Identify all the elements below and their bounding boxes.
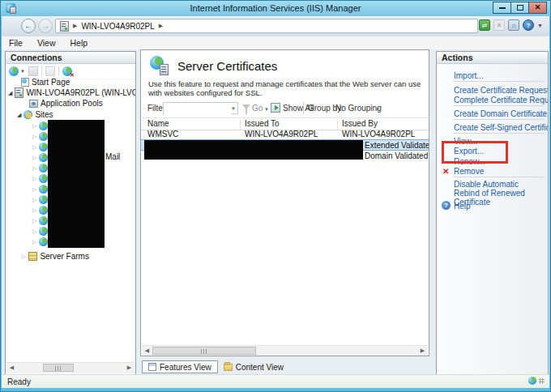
cert-issued-by: Domain Validated CA	[365, 151, 429, 160]
action-complete-certificate-request[interactable]: Complete Certificate Request...	[454, 96, 549, 104]
tree-item-server-farms[interactable]: ▷ Server Farms	[22, 251, 89, 262]
scroll-left-icon[interactable]: ◀	[142, 346, 152, 356]
tree-item-start-page[interactable]: Start Page	[21, 77, 70, 87]
action-remove[interactable]: Remove	[454, 167, 484, 176]
expander-collapsed-icon[interactable]: ▷	[32, 186, 36, 193]
tree-label: WIN-LVO4A9R02PL (WIN-LVO4A9R02	[26, 88, 136, 97]
scroll-right-icon[interactable]: ▶	[417, 346, 428, 356]
scrollbar-thumb[interactable]	[43, 364, 74, 372]
restart-icon[interactable]: ⇄	[479, 19, 490, 31]
create-connection-icon[interactable]	[9, 66, 19, 76]
tree-item-site[interactable]: ▷	[32, 236, 48, 247]
help-icon[interactable]: ?	[523, 19, 534, 31]
action-create-domain-certificate[interactable]: Create Domain Certificate...	[454, 109, 549, 118]
scrollbar-thumb[interactable]	[152, 347, 256, 355]
tab-content-view[interactable]: Content View	[218, 360, 289, 373]
tree-item-site[interactable]: ▷	[32, 131, 48, 142]
column-header-issued-by[interactable]: Issued By	[342, 119, 378, 128]
tree-item-server[interactable]: ◢ WIN-LVO4A9R02PL (WIN-LVO4A9R02	[8, 87, 136, 98]
tree-item-site[interactable]: ▷	[32, 226, 48, 236]
forward-button[interactable]: →	[38, 19, 53, 33]
scroll-right-icon[interactable]: ▶	[124, 363, 135, 373]
title-bar[interactable]: Internet Information Services (IIS) Mana…	[1, 1, 550, 16]
expander-expanded-icon[interactable]: ◢	[17, 112, 21, 118]
tree-item-site[interactable]: ▷	[32, 205, 48, 215]
expander-collapsed-icon[interactable]: ▷	[32, 134, 36, 140]
connections-horizontal-scrollbar[interactable]: ◀ ▶	[6, 362, 135, 373]
server-node-icon	[15, 87, 23, 98]
breadcrumb-arrow-icon[interactable]: ▶	[159, 23, 163, 29]
tree-item-site[interactable]: ▷	[32, 173, 48, 184]
action-create-certificate-request[interactable]: Create Certificate Request...	[454, 86, 549, 95]
expander-collapsed-icon[interactable]: ▷	[32, 123, 36, 130]
expander-collapsed-icon[interactable]: ▷	[32, 155, 36, 161]
help-dropdown-icon[interactable]: ▼	[537, 23, 543, 28]
expander-collapsed-icon[interactable]: ▷	[32, 228, 36, 235]
column-divider[interactable]	[240, 119, 241, 129]
cert-issued-to: WIN-LVO4A9R02PL	[245, 130, 318, 138]
column-header-name[interactable]: Name	[147, 119, 169, 128]
expander-collapsed-icon[interactable]: ▷	[32, 165, 36, 172]
actions-panel: Actions Import... Create Certificate Req…	[436, 51, 549, 375]
expander-expanded-icon[interactable]: ◢	[8, 90, 12, 96]
tree-item-sites[interactable]: ◢ Sites	[17, 109, 53, 120]
expander-collapsed-icon[interactable]: ▷	[32, 207, 36, 214]
minimize-button[interactable]	[493, 2, 511, 14]
expander-collapsed-icon[interactable]: ▷	[32, 197, 36, 203]
start-page-icon	[21, 78, 29, 87]
column-header-issued-to[interactable]: Issued To	[245, 119, 280, 128]
scroll-left-icon[interactable]: ◀	[6, 363, 17, 373]
close-button[interactable]: ✕	[528, 2, 547, 14]
menu-file[interactable]: File	[2, 38, 30, 48]
menu-view[interactable]: View	[30, 38, 63, 48]
home-icon[interactable]: ⌂	[508, 19, 519, 31]
expander-collapsed-icon[interactable]: ▷	[32, 218, 36, 224]
window-title: Internet Information Services (IIS) Mana…	[1, 3, 550, 13]
tree-item-site[interactable]: ▷	[32, 121, 48, 131]
resize-grip[interactable]	[539, 378, 545, 384]
site-globe-icon	[39, 121, 48, 130]
go-filter-icon[interactable]	[242, 104, 250, 109]
menu-help[interactable]: Help	[63, 38, 96, 48]
expander-collapsed-icon[interactable]: ▷	[32, 176, 36, 182]
expander-collapsed-icon[interactable]: ▷	[32, 144, 36, 151]
tree-item-site[interactable]: ▷	[32, 184, 48, 194]
breadcrumb-arrow-icon[interactable]: ▶	[73, 23, 77, 29]
tree-item-site[interactable]: ▷	[32, 215, 48, 226]
iis-manager-window: Internet Information Services (IIS) Mana…	[0, 0, 551, 392]
expander-collapsed-icon[interactable]: ▷	[22, 254, 26, 260]
status-bar: Ready	[2, 374, 549, 388]
maximize-icon	[517, 5, 523, 11]
delete-connection-icon[interactable]	[62, 66, 72, 76]
site-globe-icon	[39, 206, 48, 215]
tree-item-application-pools[interactable]: Application Pools	[29, 98, 103, 109]
maximize-button[interactable]	[510, 2, 529, 14]
connections-panel: Connections ▼ Start Page ◢ WIN-LVO4A9R02…	[5, 51, 136, 375]
connection-dropdown-icon[interactable]: ▼	[20, 69, 25, 74]
tree-item-site[interactable]: ▷	[32, 194, 48, 205]
filter-input[interactable]	[164, 104, 231, 114]
tab-label: Content View	[236, 363, 284, 372]
tree-item-site[interactable]: ▷	[32, 163, 48, 173]
table-row[interactable]: WMSVC WIN-LVO4A9R02PL WIN-LVO4A9R02PL	[141, 129, 429, 139]
breadcrumb-server[interactable]: WIN-LVO4A9R02PL	[81, 22, 154, 31]
action-create-self-signed-certificate[interactable]: Create Self-Signed Certificate...	[454, 123, 549, 132]
filter-dropdown-icon[interactable]: ▼	[231, 106, 236, 111]
expander-collapsed-icon[interactable]: ▷	[32, 239, 36, 245]
tree-item-site[interactable]: ▷	[32, 152, 48, 163]
action-import[interactable]: Import...	[454, 71, 484, 80]
tab-features-view[interactable]: Features View	[142, 360, 218, 373]
show-all-icon[interactable]	[271, 103, 280, 113]
feature-horizontal-scrollbar[interactable]: ◀ ▶	[142, 345, 428, 356]
server-farms-icon	[28, 252, 37, 261]
go-button[interactable]: Go	[252, 104, 263, 113]
column-divider[interactable]	[337, 119, 338, 129]
back-button[interactable]: ←	[21, 19, 36, 33]
tree-item-site[interactable]: ▷	[32, 142, 48, 152]
content-view-icon	[224, 364, 233, 371]
breadcrumb[interactable]: ▶ WIN-LVO4A9R02PL ▶	[55, 19, 478, 33]
action-help[interactable]: Help	[454, 202, 471, 211]
group-by-dropdown-icon[interactable]: ▼	[375, 107, 380, 112]
server-icon	[60, 21, 69, 32]
filter-input-combo[interactable]: ▼	[163, 102, 238, 114]
